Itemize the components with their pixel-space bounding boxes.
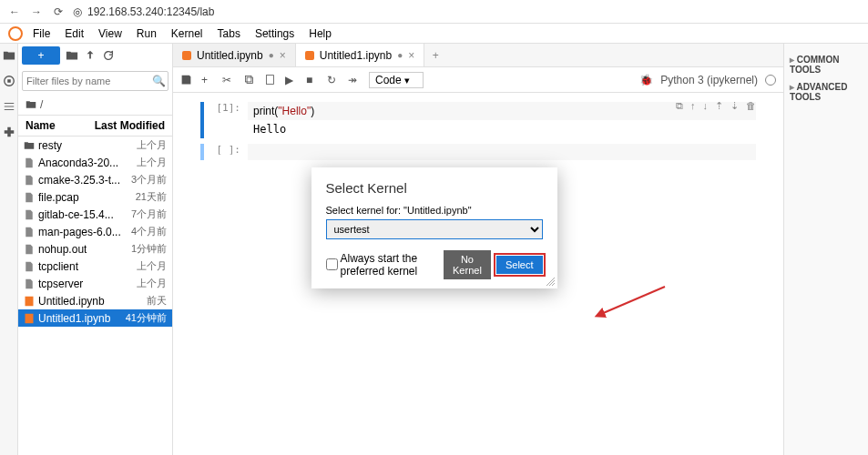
- dialog-title: Select Kernel: [326, 180, 543, 196]
- kernel-select[interactable]: usertest: [326, 219, 543, 239]
- no-kernel-button[interactable]: No Kernel: [444, 250, 491, 279]
- select-kernel-dialog: Select Kernel Select kernel for: "Untitl…: [311, 167, 557, 288]
- modal-overlay: Select Kernel Select kernel for: "Untitl…: [0, 0, 868, 455]
- resize-handle-icon[interactable]: [545, 276, 556, 287]
- select-button[interactable]: Select: [496, 256, 543, 274]
- preferred-kernel-checkbox[interactable]: Always start the preferred kernel: [326, 252, 438, 278]
- dialog-label: Select kernel for: "Untitled.ipynb": [326, 205, 543, 216]
